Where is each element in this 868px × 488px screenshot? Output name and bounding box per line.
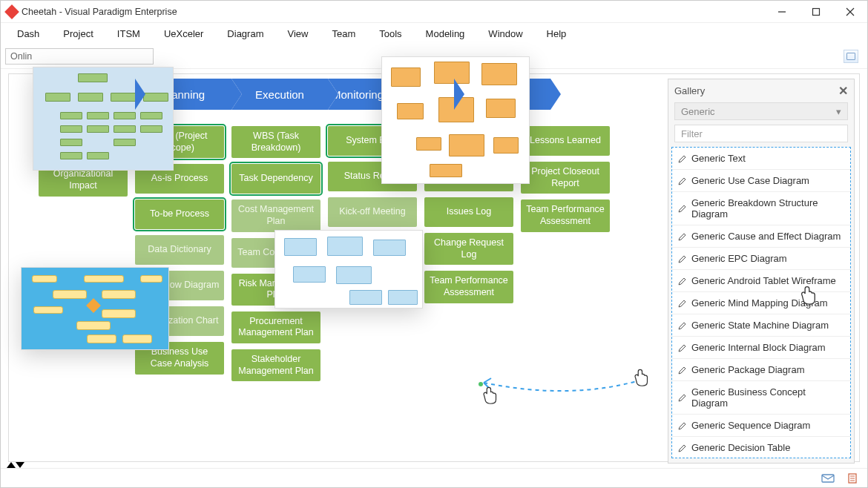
gallery-item-label: Generic Package Diagram (691, 364, 804, 375)
statusbar (1, 468, 867, 487)
gallery-close-button[interactable]: ✕ (838, 84, 848, 98)
menu-view[interactable]: View (275, 25, 320, 42)
window-minimize-button[interactable] (765, 1, 799, 23)
gallery-filter-input[interactable]: Filter (674, 125, 848, 142)
card-team-perf-close[interactable]: Team Performance Assessment (521, 200, 610, 231)
switch-view-icon[interactable] (844, 50, 858, 63)
card-team-perf[interactable]: Team Performance Assessment (424, 271, 513, 303)
gallery-item[interactable]: Generic Mind Mapping Diagram (672, 292, 850, 314)
card-procurement-plan[interactable]: Procurement Management Plan (231, 311, 320, 343)
card-issues-log[interactable]: Issues Log (424, 197, 513, 227)
app-logo-icon (4, 4, 19, 19)
gallery-item[interactable]: Generic Breakdown Structure Diagram (672, 192, 850, 225)
gallery-item[interactable]: Generic Text (672, 148, 850, 170)
gallery-list: Generic Text Generic Use Case Diagram Ge… (671, 147, 851, 458)
card-tobe-process[interactable]: To-be Process (135, 200, 224, 229)
canvas[interactable]: Initiation Planning Execution Monitoring… (8, 73, 860, 462)
menu-project[interactable]: Project (51, 25, 105, 42)
gallery-item-label: Generic Use Case Diagram (691, 175, 809, 186)
gallery-item[interactable]: Generic Android Tablet Wireframe (672, 270, 850, 292)
menu-team[interactable]: Team (320, 25, 367, 42)
window-maximize-button[interactable] (799, 1, 833, 23)
card-change-log[interactable]: Change Request Log (424, 233, 513, 265)
thumbnail-top-right (381, 56, 530, 184)
menu-modeling[interactable]: Modeling (414, 25, 477, 42)
phase-execution[interactable]: Execution (231, 79, 328, 110)
menu-tools[interactable]: Tools (367, 25, 413, 42)
window-titlebar: Cheetah - Visual Paradigm Enterprise (1, 1, 867, 23)
gallery-item[interactable]: Generic Use Case Diagram (672, 170, 850, 192)
drag-cursor-icon (629, 366, 650, 387)
column-closing: Lessons Learned Project Closeout Report … (521, 126, 610, 449)
svg-rect-6 (822, 475, 834, 482)
card-task-dependency[interactable]: Task Dependency (231, 164, 320, 194)
gallery-item[interactable]: Generic Package Diagram (672, 359, 850, 381)
gallery-item-label: Generic Breakdown Structure Diagram (691, 197, 844, 220)
drop-cursor-icon (478, 384, 499, 405)
online-status-box[interactable]: Onlin (5, 48, 154, 65)
gallery-item-label: Generic State Machine Diagram (691, 320, 829, 331)
gallery-item[interactable]: Generic Cause and Effect Diagram (672, 225, 850, 248)
work-area: Initiation Planning Execution Monitoring… (1, 69, 867, 468)
menu-diagram[interactable]: Diagram (215, 25, 275, 42)
menu-uexceler[interactable]: UeXceler (152, 25, 215, 42)
gallery-title: Gallery (674, 85, 705, 96)
card-data-dictionary[interactable]: Data Dictionary (135, 235, 224, 265)
window-close-button[interactable] (833, 1, 867, 23)
gallery-category-select[interactable]: Generic ▾ (674, 102, 848, 120)
gallery-item-label: Generic Internal Block Diagram (691, 342, 826, 353)
menu-window[interactable]: Window (476, 25, 534, 42)
card-closeout[interactable]: Project Closeout Report (521, 162, 610, 194)
gallery-filter-placeholder: Filter (681, 128, 703, 139)
gallery-item-label: Generic Cause and Effect Diagram (691, 231, 841, 242)
document-icon[interactable] (846, 473, 860, 484)
svg-rect-1 (813, 8, 820, 15)
gallery-item[interactable]: Generic Decision Table (672, 437, 850, 458)
panel-collapse-toggle[interactable] (7, 461, 23, 468)
window-title: Cheetah - Visual Paradigm Enterprise (22, 7, 177, 17)
gallery-item[interactable]: Generic Business Concept Diagram (672, 381, 850, 415)
gallery-item-label: Generic Text (691, 153, 746, 164)
gallery-item-label: Generic Sequence Diagram (691, 420, 810, 431)
menu-dash[interactable]: Dash (5, 25, 51, 42)
gallery-hover-cursor-icon (795, 283, 818, 306)
gallery-item[interactable]: Generic State Machine Diagram (672, 314, 850, 337)
gallery-item-label: Generic EPC Diagram (691, 253, 787, 264)
card-cost-plan[interactable]: Cost Management Plan (231, 200, 320, 231)
gallery-item[interactable]: Generic Internal Block Diagram (672, 337, 850, 359)
menubar: Dash Project ITSM UeXceler Diagram View … (1, 23, 867, 44)
card-lessons[interactable]: Lessons Learned (521, 126, 610, 156)
thumbnail-bottom-left (21, 267, 169, 350)
chevron-down-icon: ▾ (836, 106, 841, 117)
gallery-item[interactable]: Generic Sequence Diagram (672, 415, 850, 437)
gallery-item-label: Generic Business Concept Diagram (691, 386, 844, 409)
gallery-item-label: Generic Decision Table (691, 442, 790, 453)
card-stakeholder-plan[interactable]: Stakeholder Management Plan (231, 349, 320, 381)
thumbnail-middle (274, 230, 423, 309)
menu-itsm[interactable]: ITSM (105, 25, 152, 42)
gallery-item[interactable]: Generic EPC Diagram (672, 248, 850, 270)
gallery-panel: Gallery ✕ Generic ▾ Filter Generic Text … (668, 79, 855, 464)
card-wbs-task[interactable]: WBS (Task Breakdown) (231, 126, 320, 158)
mail-icon[interactable] (821, 473, 835, 484)
gallery-category-value: Generic (681, 106, 715, 117)
card-kickoff[interactable]: Kick-off Meeting (328, 197, 417, 227)
thumbnail-top-left (33, 67, 174, 171)
menu-help[interactable]: Help (535, 25, 579, 42)
